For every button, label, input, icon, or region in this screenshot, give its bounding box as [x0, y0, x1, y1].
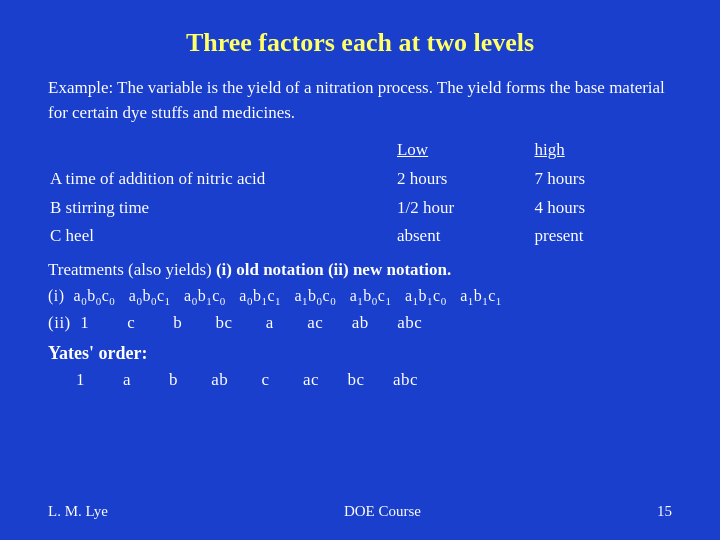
yates-header: Yates' order:	[48, 340, 672, 366]
factor-a-label: A time of addition of nitric acid	[50, 166, 395, 193]
factor-c-label: C heel	[50, 223, 395, 250]
treatments-line: Treatments (also yields) (i) old notatio…	[48, 258, 672, 283]
notation-i-item-5: a1b0c1	[350, 287, 392, 304]
notation-ii-label: (ii) 1 c b bc a ac ab abc	[48, 313, 422, 332]
factor-c-low: absent	[397, 223, 533, 250]
factor-row-a: A time of addition of nitric acid 2 hour…	[50, 166, 670, 193]
notation-i-item-7: a1b1c1	[460, 287, 502, 304]
factor-row-c: C heel absent present	[50, 223, 670, 250]
factor-a-low: 2 hours	[397, 166, 533, 193]
footer-right: 15	[657, 503, 672, 520]
notation-i-item-3: a0b1c1	[239, 287, 281, 304]
factor-a-high: 7 hours	[534, 166, 670, 193]
factor-c-high: present	[534, 223, 670, 250]
col-high-header: high	[534, 137, 670, 164]
example-paragraph: Example: The variable is the yield of a …	[48, 76, 672, 125]
notation-i-item-2: a0b1c0	[184, 287, 226, 304]
factor-b-label: B stirring time	[50, 195, 395, 222]
slide: Three factors each at two levels Example…	[0, 0, 720, 540]
col-label-header	[50, 137, 395, 164]
factor-b-high: 4 hours	[534, 195, 670, 222]
yates-row: 1 a b ab c ac bc abc	[48, 368, 672, 393]
notation-i-item-4: a1b0c0	[294, 287, 336, 304]
notation-i-line: (i) a0b0c0 a0b0c1 a0b1c0 a0b1c1 a1b0c0 a…	[48, 284, 672, 310]
factor-row-b: B stirring time 1/2 hour 4 hours	[50, 195, 670, 222]
footer-center: DOE Course	[344, 503, 421, 520]
factor-b-low: 1/2 hour	[397, 195, 533, 222]
treatments-i: (i) old notation (ii) new notation.	[216, 260, 451, 279]
notation-i-item-1: a0b0c1	[129, 287, 171, 304]
slide-title: Three factors each at two levels	[48, 28, 672, 58]
footer: L. M. Lye DOE Course 15	[48, 495, 672, 520]
notation-i-item-0: a0b0c0	[74, 287, 116, 304]
col-low-header: Low	[397, 137, 533, 164]
footer-left: L. M. Lye	[48, 503, 108, 520]
notation-i-item-6: a1b1c0	[405, 287, 447, 304]
notation-i-label: (i)	[48, 287, 69, 304]
treatments-label: Treatments (also yields)	[48, 260, 212, 279]
factors-table: Low high A time of addition of nitric ac…	[48, 135, 672, 252]
notation-ii-line: (ii) 1 c b bc a ac ab abc	[48, 310, 672, 336]
